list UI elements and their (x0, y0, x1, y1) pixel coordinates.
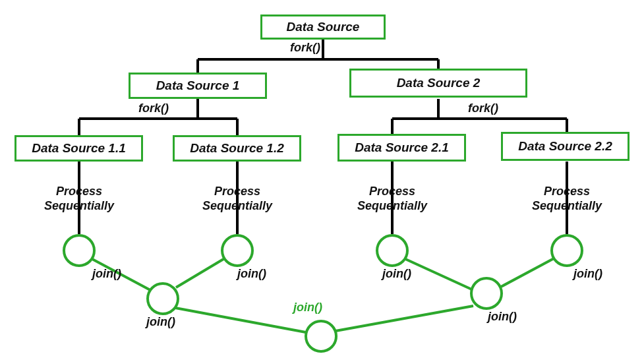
svg-line-5 (176, 257, 227, 287)
join-mid-left-label: join() (146, 315, 175, 329)
result-circle-center (305, 320, 337, 353)
node-leaf-11: Data Source 1.1 (15, 135, 143, 162)
node-leaf-21: Data Source 2.1 (337, 134, 466, 162)
process-12-label: Process Sequentially (194, 185, 280, 213)
process-11-label: Process Sequentially (36, 185, 122, 213)
node-root-label: Data Source (287, 20, 360, 34)
result-circle-22 (550, 234, 583, 267)
node-leaf-21-label: Data Source 2.1 (355, 140, 449, 155)
node-level1-right: Data Source 2 (349, 69, 527, 98)
node-leaf-22: Data Source 2.2 (501, 132, 629, 161)
join-11-label: join() (92, 267, 121, 281)
fork-right-label: fork() (468, 102, 498, 115)
node-leaf-12-label: Data Source 1.2 (190, 141, 284, 156)
result-circle-21 (376, 234, 409, 267)
join-12-label: join() (237, 267, 266, 281)
svg-line-8 (175, 308, 306, 332)
node-leaf-12: Data Source 1.2 (173, 135, 301, 162)
fork-left-label: fork() (138, 102, 169, 115)
result-circle-mid-left (146, 282, 179, 315)
svg-line-7 (500, 257, 556, 287)
join-mid-right-label: join() (488, 310, 517, 324)
process-21-label: Process Sequentially (349, 185, 435, 213)
result-circle-11 (63, 234, 96, 267)
join-21-label: join() (382, 267, 411, 281)
svg-line-9 (336, 306, 473, 331)
svg-line-6 (404, 258, 473, 290)
join-22-label: join() (573, 267, 602, 281)
fork-root-label: fork() (290, 41, 320, 55)
node-leaf-22-label: Data Source 2.2 (518, 139, 612, 154)
process-22-label: Process Sequentially (524, 185, 610, 213)
result-circle-mid-right (470, 277, 503, 310)
join-center-label: join() (293, 301, 322, 314)
fork-join-diagram: Data Source fork() Data Source 1 Data So… (0, 0, 644, 358)
result-circle-12 (221, 234, 254, 267)
node-level1-right-label: Data Source 2 (397, 76, 481, 90)
node-level1-left: Data Source 1 (129, 73, 267, 99)
node-root: Data Source (260, 15, 386, 40)
node-leaf-11-label: Data Source 1.1 (32, 141, 126, 156)
node-level1-left-label: Data Source 1 (156, 78, 240, 93)
